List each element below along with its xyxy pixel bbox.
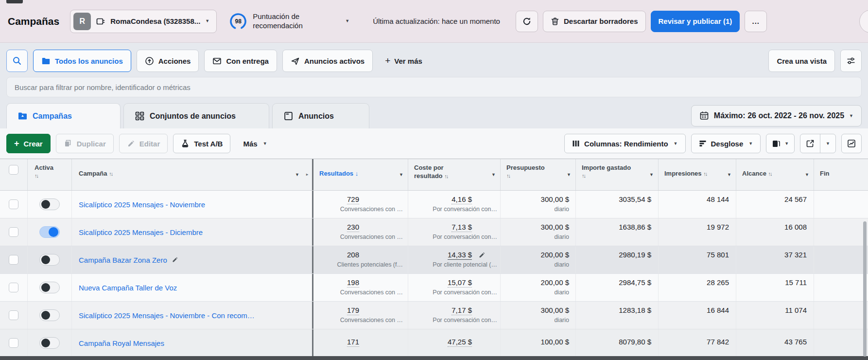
discard-drafts-button[interactable]: Descartar borradores xyxy=(543,11,646,32)
chevron-down-icon[interactable]: ▼ xyxy=(567,173,571,177)
campaign-toggle-off[interactable] xyxy=(39,254,60,266)
row-checkbox[interactable] xyxy=(9,255,18,265)
filter-chip-acciones[interactable]: Acciones xyxy=(137,50,199,72)
help-button-partial[interactable] xyxy=(859,10,868,33)
duplicate-button[interactable]: Duplicar xyxy=(56,134,114,153)
header-resultados[interactable]: Resultados ↓ ▼ xyxy=(313,159,408,190)
breakdown-button[interactable]: Desglose ▼ xyxy=(691,134,761,153)
column-resize-handle[interactable]: ▸ xyxy=(306,173,308,177)
chevron-down-icon[interactable]: ▼ xyxy=(399,173,403,177)
export-button[interactable] xyxy=(800,134,820,153)
campaign-name-link[interactable]: Campaña Royal Mensajes xyxy=(79,339,164,347)
edit-name-pencil-icon[interactable] xyxy=(172,256,178,263)
table-row[interactable]: Sicalíptico 2025 Mensajes - Diciembre 23… xyxy=(0,218,868,246)
campaign-toggle-on[interactable] xyxy=(39,226,60,238)
filter-settings-button[interactable] xyxy=(840,50,862,72)
chevron-down-icon[interactable]: ▼ xyxy=(295,173,299,177)
impressions-cell: 16 844 xyxy=(659,302,736,329)
cost-per-result-cell: 7,13 $ Por conversación con… xyxy=(408,218,501,246)
recommendation-score[interactable]: 98 Puntuación de recomendación xyxy=(228,12,326,31)
date-range-label: Máximo: 26 oct. 2022 - 26 nov. 2025 xyxy=(714,111,844,120)
tab-anuncios[interactable]: Anuncios xyxy=(272,103,369,128)
chevron-down-icon[interactable]: ▼ xyxy=(491,173,496,177)
date-range-picker[interactable]: Máximo: 26 oct. 2022 - 26 nov. 2025 ▼ xyxy=(691,105,862,126)
sort-icon: ↑↓ xyxy=(444,173,448,179)
paper-plane-icon xyxy=(291,56,300,66)
header-presupuesto[interactable]: Presupuesto ↑↓ ▼ xyxy=(501,159,576,190)
amount-spent-cell: 1283,18 $ xyxy=(576,302,659,329)
header-coste-por-resultado[interactable]: Coste por resultado ↑↓ ▼ xyxy=(408,159,501,190)
cost-per-result-cell: 4,16 $ Por conversación con… xyxy=(408,191,501,218)
more-actions-button[interactable]: Más ▼ xyxy=(236,134,274,153)
reports-dropdown-button[interactable]: ▼ xyxy=(766,134,795,153)
more-options-button[interactable]: ... xyxy=(745,11,767,32)
table-row[interactable]: Sicalíptico 2025 Mensajes - Noviembre - … xyxy=(0,302,868,329)
header-fin[interactable]: Fin xyxy=(814,159,868,190)
chevron-down-icon[interactable]: ▼ xyxy=(649,173,654,177)
refresh-button[interactable] xyxy=(516,11,538,32)
export-caret-button[interactable]: ▼ xyxy=(820,134,835,153)
amount-spent-cell: 8079,80 $ xyxy=(576,329,659,357)
chevron-down-icon[interactable]: ▼ xyxy=(727,173,731,177)
tab-campanas[interactable]: Campañas xyxy=(6,103,121,128)
account-avatar: R xyxy=(73,13,91,30)
row-checkbox[interactable] xyxy=(9,227,18,237)
edit-button[interactable]: Editar xyxy=(119,134,168,153)
row-checkbox[interactable] xyxy=(9,310,18,320)
delivery-envelope-icon xyxy=(212,56,222,66)
header-campana[interactable]: Campaña ↑↓ ▼ ▸ xyxy=(72,159,313,190)
row-checkbox[interactable] xyxy=(9,283,18,292)
account-selector[interactable]: R RomaCondesa (5328358... ▼ xyxy=(70,10,217,33)
ab-test-button[interactable]: Test A/B xyxy=(173,134,230,153)
export-split-button[interactable]: ▼ xyxy=(800,134,836,153)
create-button[interactable]: + Crear xyxy=(6,134,51,153)
folder-icon xyxy=(41,56,51,66)
row-checkbox[interactable] xyxy=(9,338,18,348)
discard-drafts-label: Descartar borradores xyxy=(564,17,638,25)
ads-manager-app: Campañas R RomaCondesa (5328358... ▼ 98 … xyxy=(0,0,868,360)
results-cell: 198 Conversaciones con … xyxy=(313,274,408,301)
crea-una-vista-button[interactable]: Crea una vista xyxy=(768,50,835,72)
cost-per-result-cell: 47,25 $ xyxy=(408,329,501,357)
charts-button[interactable] xyxy=(841,134,862,153)
search-filter-input[interactable]: Buscar para filtrar por nombre, identifi… xyxy=(6,77,862,97)
more-actions-label: Más xyxy=(243,140,257,148)
edit-cost-pencil-icon[interactable] xyxy=(478,252,486,259)
row-checkbox[interactable] xyxy=(9,199,18,209)
header-activa[interactable]: Activa ↑↓ xyxy=(28,159,72,190)
filter-chip-todos-los-anuncios[interactable]: Todos los anuncios xyxy=(33,50,131,72)
vertical-scrollbar[interactable] xyxy=(863,221,867,357)
campaign-name-link[interactable]: Campaña Bazar Zona Zero xyxy=(79,256,167,264)
filter-chip-anuncios-activos[interactable]: Anuncios activos xyxy=(282,50,373,72)
campaign-toggle-off[interactable] xyxy=(39,337,60,349)
chevron-down-icon[interactable]: ▼ xyxy=(805,173,809,177)
table-row-hovered[interactable]: Campaña Bazar Zona Zero 208 Clientes pot… xyxy=(0,246,868,274)
tab-conjuntos-de-anuncios[interactable]: Conjuntos de anuncios xyxy=(123,103,269,128)
campaign-name-link[interactable]: Sicalíptico 2025 Mensajes - Diciembre xyxy=(79,228,203,236)
header-importe-gastado[interactable]: Importe gastado ↑↓ ▼ xyxy=(576,159,659,190)
table-row[interactable]: Nueva Campaña Taller de Voz 198 Conversa… xyxy=(0,274,868,302)
columns-button[interactable]: Columnas: Rendimiento ▼ xyxy=(564,134,685,153)
filter-chip-con-entrega[interactable]: Con entrega xyxy=(204,50,277,72)
campaign-toggle-off[interactable] xyxy=(39,198,60,210)
review-publish-label: Revisar y publicar (1) xyxy=(659,17,732,25)
table-row[interactable]: Campaña Royal Mensajes 171 47,25 $ 100,0… xyxy=(0,329,868,357)
header-alcance[interactable]: Alcance ↑↓ ▼ xyxy=(736,159,814,190)
search-button[interactable] xyxy=(6,50,28,72)
search-placeholder: Buscar para filtrar por nombre, identifi… xyxy=(15,83,191,91)
campaign-name-link[interactable]: Sicalíptico 2025 Mensajes - Noviembre xyxy=(79,200,205,209)
campaign-name-link[interactable]: Sicalíptico 2025 Mensajes - Noviembre - … xyxy=(79,311,255,320)
campaign-toggle-off[interactable] xyxy=(39,309,60,321)
review-publish-button[interactable]: Revisar y publicar (1) xyxy=(651,11,740,32)
campaign-toggle-off[interactable] xyxy=(39,282,60,293)
plus-icon: + xyxy=(14,139,19,149)
impressions-cell: 28 265 xyxy=(659,274,736,301)
table-row[interactable]: Sicalíptico 2025 Mensajes - Noviembre 72… xyxy=(0,191,868,218)
select-all-checkbox[interactable] xyxy=(9,165,18,175)
filter-chip-label: Acciones xyxy=(158,57,191,65)
duplicate-icon xyxy=(64,139,72,148)
campaign-name-link[interactable]: Nueva Campaña Taller de Voz xyxy=(79,284,177,292)
ver-mas-button[interactable]: + Ver más xyxy=(378,50,429,72)
header-impresiones[interactable]: Impresiones ↑↓ ▼ xyxy=(659,159,736,190)
chevron-down-icon[interactable]: ▼ xyxy=(345,19,349,23)
